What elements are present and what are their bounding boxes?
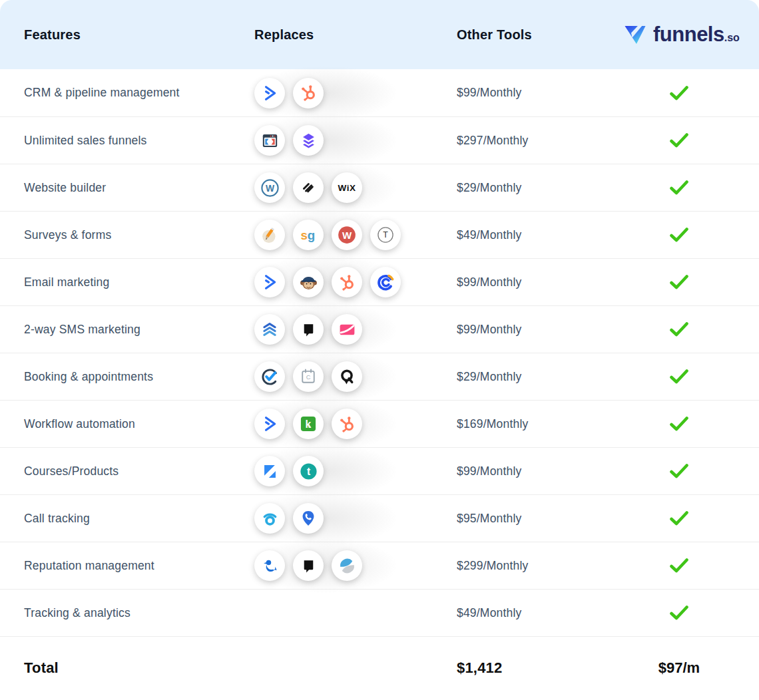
feature-label: Email marketing bbox=[24, 275, 254, 289]
table-row: Email marketing bbox=[0, 258, 759, 305]
funnels-included-cell bbox=[623, 227, 735, 243]
tool-badge: t bbox=[293, 456, 324, 486]
tool-badge bbox=[254, 267, 285, 297]
replaced-tools: W WiX bbox=[254, 172, 457, 203]
svg-text:k: k bbox=[306, 419, 312, 430]
acuity-q-icon bbox=[338, 367, 356, 386]
other-tools-price: $99/Monthly bbox=[457, 275, 623, 289]
tool-badge bbox=[332, 361, 362, 392]
tool-badge bbox=[332, 550, 362, 581]
table-row: Unlimited sales funnels $297/Month bbox=[0, 116, 759, 164]
funnel-logo-icon bbox=[623, 24, 647, 46]
check-icon bbox=[669, 510, 689, 526]
tool-badge: WiX bbox=[332, 172, 362, 203]
funnels-included-cell bbox=[623, 463, 735, 479]
tool-badge bbox=[254, 78, 285, 108]
hubspot-icon bbox=[300, 84, 318, 102]
other-tools-total: $1,412 bbox=[457, 659, 623, 677]
chevrons-icon bbox=[260, 320, 279, 339]
kajabi-icon bbox=[261, 462, 279, 480]
wufoo-icon: W bbox=[337, 225, 357, 245]
wordpress-icon: W bbox=[260, 178, 280, 198]
tool-badge bbox=[293, 267, 324, 297]
check-icon bbox=[669, 132, 689, 148]
activecampaign-icon bbox=[261, 415, 278, 433]
table-row: Booking & appointments C bbox=[0, 353, 759, 400]
feature-label: Call tracking bbox=[24, 512, 254, 526]
check-icon bbox=[669, 180, 689, 196]
leadpages-icon bbox=[300, 132, 318, 150]
feature-label: 2-way SMS marketing bbox=[24, 323, 254, 337]
tool-badge bbox=[293, 550, 324, 581]
check-icon bbox=[669, 227, 689, 243]
svg-text:s: s bbox=[301, 228, 308, 242]
tool-badge bbox=[254, 361, 285, 392]
funnels-included-cell bbox=[623, 274, 735, 290]
feature-label: Unlimited sales funnels bbox=[24, 134, 254, 148]
check-icon bbox=[669, 369, 689, 385]
replaced-tools: C bbox=[254, 361, 457, 392]
funnels-included-cell bbox=[623, 558, 735, 574]
replaced-tools: s g W T bbox=[254, 220, 457, 250]
svg-text:t: t bbox=[306, 466, 310, 477]
funnels-included-cell bbox=[623, 416, 735, 432]
brand-name: funnels bbox=[653, 23, 724, 47]
tool-badge bbox=[254, 550, 285, 581]
tool-badge bbox=[254, 220, 285, 250]
activecampaign-icon bbox=[261, 85, 278, 102]
funnels-included-cell bbox=[623, 321, 735, 337]
swoosh-sphere-icon bbox=[338, 556, 357, 576]
replaces-column-header: Replaces bbox=[254, 27, 457, 43]
funnels-included-cell bbox=[623, 132, 735, 148]
check-icon bbox=[669, 416, 689, 432]
svg-text:W: W bbox=[265, 182, 274, 193]
tool-badge: W bbox=[254, 172, 285, 203]
svg-text:C: C bbox=[306, 374, 311, 381]
total-row: Total $1,412 $97/m bbox=[0, 636, 759, 699]
check-icon bbox=[669, 274, 689, 290]
tool-badge: C bbox=[293, 361, 324, 392]
brand-wordmark: funnels .so bbox=[653, 23, 740, 47]
table-row: Tracking & analytics $49/Monthly bbox=[0, 589, 759, 636]
table-row: Workflow automation k bbox=[0, 400, 759, 447]
tool-badge bbox=[293, 172, 324, 203]
check-icon bbox=[669, 85, 689, 101]
svg-text:W: W bbox=[342, 230, 352, 241]
quote-bubble-icon bbox=[300, 558, 317, 574]
tool-badge bbox=[293, 314, 324, 345]
brand-logo: funnels .so bbox=[623, 23, 740, 47]
tool-badge bbox=[254, 503, 285, 534]
svg-text:T: T bbox=[383, 230, 388, 240]
wix-icon: WiX bbox=[336, 181, 358, 194]
check-icon bbox=[669, 558, 689, 574]
tool-badge bbox=[254, 314, 285, 345]
hubspot-icon bbox=[338, 415, 356, 433]
table-row: CRM & pipeline management $99/Mont bbox=[0, 69, 759, 116]
tool-badge bbox=[293, 503, 324, 534]
feature-label: Courses/Products bbox=[24, 464, 254, 478]
tool-badge: W bbox=[332, 220, 362, 250]
table-row: 2-way SMS marketing $99/ bbox=[0, 305, 759, 353]
other-tools-price: $297/Monthly bbox=[457, 134, 623, 148]
replaced-tools: k bbox=[254, 409, 457, 439]
tool-badge bbox=[254, 125, 285, 156]
other-tools-price: $99/Monthly bbox=[457, 86, 623, 100]
table-row: Courses/Products t $99/Monthly bbox=[0, 447, 759, 494]
svg-text:WiX: WiX bbox=[338, 183, 356, 193]
svg-text:g: g bbox=[308, 228, 315, 242]
typeform-icon: T bbox=[376, 226, 395, 244]
tool-badge bbox=[293, 78, 324, 108]
replaced-tools bbox=[254, 78, 457, 108]
replaced-tools: t bbox=[254, 456, 457, 486]
other-tools-price: $99/Monthly bbox=[457, 323, 623, 337]
check-icon bbox=[669, 321, 689, 337]
funnels-total-price: $97/m bbox=[623, 659, 735, 677]
replaced-tools bbox=[254, 125, 457, 156]
table-row: Call tracking $95/Monthly bbox=[0, 494, 759, 542]
tool-badge bbox=[332, 267, 362, 297]
other-tools-price: $49/Monthly bbox=[457, 228, 623, 242]
constant-contact-icon bbox=[376, 273, 395, 292]
other-tools-price: $49/Monthly bbox=[457, 606, 623, 620]
replaced-tools bbox=[254, 267, 457, 297]
check-icon bbox=[669, 605, 689, 621]
